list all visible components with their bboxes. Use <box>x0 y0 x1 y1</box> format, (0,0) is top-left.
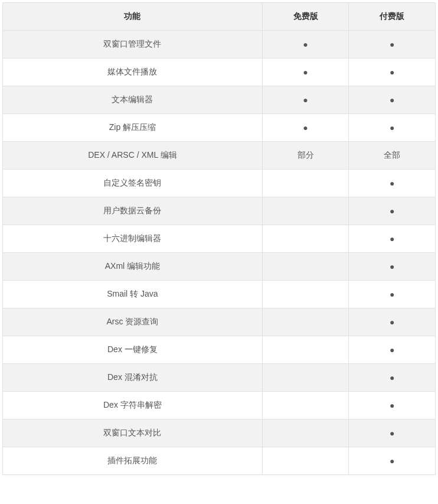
feature-cell: Arsc 资源查询 <box>3 308 263 336</box>
feature-cell: Zip 解压压缩 <box>3 114 263 142</box>
table-header-row: 功能 免费版 付费版 <box>3 3 436 31</box>
table-row: DEX / ARSC / XML 编辑部分全部 <box>3 142 436 170</box>
table-row: Dex 混淆对抗● <box>3 364 436 392</box>
paid-cell: ● <box>349 58 436 86</box>
paid-cell: ● <box>349 197 436 225</box>
header-feature: 功能 <box>3 3 263 31</box>
paid-cell: ● <box>349 253 436 281</box>
free-cell <box>262 420 349 447</box>
feature-cell: 自定义签名密钥 <box>3 170 263 197</box>
free-cell: ● <box>262 86 349 114</box>
feature-cell: 双窗口文本对比 <box>3 420 263 447</box>
paid-cell: ● <box>349 114 436 142</box>
free-cell: ● <box>262 58 349 86</box>
free-cell <box>262 308 349 336</box>
paid-cell: 全部 <box>349 142 436 170</box>
feature-cell: 双窗口管理文件 <box>3 31 263 58</box>
table-row: 用户数据云备份● <box>3 197 436 225</box>
paid-cell: ● <box>349 447 436 475</box>
table-row: 插件拓展功能● <box>3 447 436 475</box>
feature-cell: 插件拓展功能 <box>3 447 263 475</box>
free-cell <box>262 225 349 253</box>
free-cell <box>262 447 349 475</box>
free-cell <box>262 336 349 364</box>
free-cell <box>262 364 349 392</box>
table-row: 媒体文件播放●● <box>3 58 436 86</box>
table-row: Smail 转 Java● <box>3 281 436 308</box>
table-row: Zip 解压压缩●● <box>3 114 436 142</box>
table-row: 双窗口文本对比● <box>3 420 436 447</box>
paid-cell: ● <box>349 170 436 197</box>
free-cell <box>262 392 349 420</box>
feature-cell: 用户数据云备份 <box>3 197 263 225</box>
feature-cell: 文本编辑器 <box>3 86 263 114</box>
feature-cell: DEX / ARSC / XML 编辑 <box>3 142 263 170</box>
free-cell <box>262 281 349 308</box>
paid-cell: ● <box>349 420 436 447</box>
paid-cell: ● <box>349 281 436 308</box>
paid-cell: ● <box>349 392 436 420</box>
paid-cell: ● <box>349 225 436 253</box>
feature-cell: 媒体文件播放 <box>3 58 263 86</box>
free-cell <box>262 170 349 197</box>
table-row: AXml 编辑功能● <box>3 253 436 281</box>
table-row: 十六进制编辑器● <box>3 225 436 253</box>
table-row: Arsc 资源查询● <box>3 308 436 336</box>
feature-cell: Dex 字符串解密 <box>3 392 263 420</box>
feature-cell: Dex 混淆对抗 <box>3 364 263 392</box>
free-cell <box>262 197 349 225</box>
feature-cell: Dex 一键修复 <box>3 336 263 364</box>
paid-cell: ● <box>349 308 436 336</box>
paid-cell: ● <box>349 86 436 114</box>
table-row: Dex 一键修复● <box>3 336 436 364</box>
paid-cell: ● <box>349 31 436 58</box>
table-row: 双窗口管理文件●● <box>3 31 436 58</box>
header-paid: 付费版 <box>349 3 436 31</box>
table-row: 文本编辑器●● <box>3 86 436 114</box>
feature-comparison-table: 功能 免费版 付费版 双窗口管理文件●●媒体文件播放●●文本编辑器●●Zip 解… <box>2 2 436 475</box>
free-cell <box>262 253 349 281</box>
feature-cell: 十六进制编辑器 <box>3 225 263 253</box>
paid-cell: ● <box>349 336 436 364</box>
free-cell: ● <box>262 114 349 142</box>
free-cell: 部分 <box>262 142 349 170</box>
table-row: Dex 字符串解密● <box>3 392 436 420</box>
feature-cell: AXml 编辑功能 <box>3 253 263 281</box>
paid-cell: ● <box>349 364 436 392</box>
free-cell: ● <box>262 31 349 58</box>
header-free: 免费版 <box>262 3 349 31</box>
feature-cell: Smail 转 Java <box>3 281 263 308</box>
table-row: 自定义签名密钥● <box>3 170 436 197</box>
